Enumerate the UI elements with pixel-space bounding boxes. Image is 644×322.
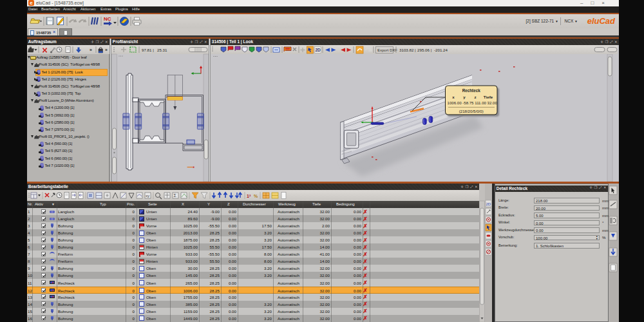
svg-text:»: » <box>90 48 92 52</box>
svg-text:»: » <box>105 48 108 52</box>
svg-text:97.81 |: 97.81 | <box>142 48 154 52</box>
svg-text:3103.82 |: 3103.82 | <box>399 48 416 52</box>
svg-text:2D: 2D <box>486 202 491 206</box>
svg-text:295.06 |: 295.06 | <box>417 48 432 52</box>
svg-text:Tiefe: Tiefe <box>484 95 493 99</box>
svg-text:y: y <box>463 95 466 99</box>
svg-text:(218/20/5/0/0): (218/20/5/0/0) <box>459 109 484 113</box>
svg-text:z: z <box>474 95 476 99</box>
svg-text:Export DXF: Export DXF <box>377 48 397 52</box>
svg-text:NC: NC <box>104 16 111 22</box>
svg-text:x: x <box>452 95 455 99</box>
svg-text:-201.24: -201.24 <box>434 48 448 52</box>
svg-text:25.31: 25.31 <box>157 48 167 52</box>
svg-text:Rechteck: Rechteck <box>462 88 480 93</box>
svg-text:2D: 2D <box>316 48 321 52</box>
svg-text:1006.00 -58.75 111.00 32.00: 1006.00 -58.75 111.00 32.00 <box>448 100 498 105</box>
